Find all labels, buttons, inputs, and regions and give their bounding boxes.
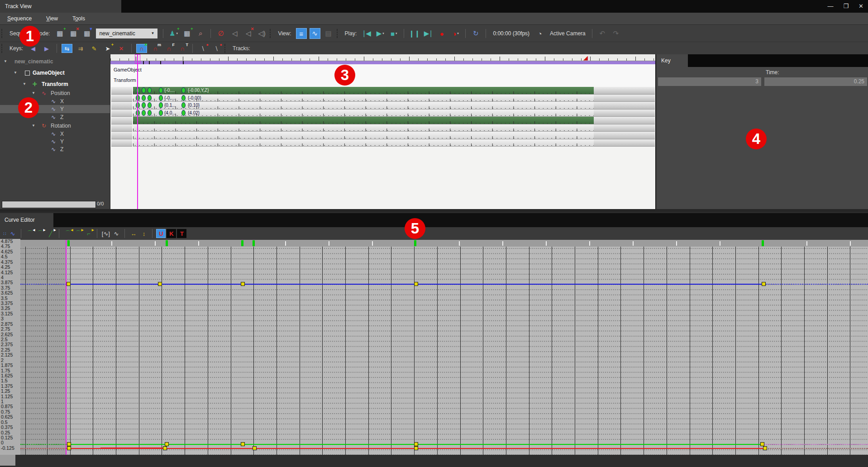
playhead-handle[interactable] xyxy=(135,54,140,64)
add-key-button[interactable]: ➤+ xyxy=(102,44,113,53)
sync-selected-from-base-button[interactable]: ∖● xyxy=(211,44,222,53)
tree-item-z-6[interactable]: ∿Z xyxy=(0,113,110,121)
track-row-header-cell[interactable] xyxy=(111,110,132,117)
selected-key-time-marker[interactable] xyxy=(253,240,255,246)
close-button[interactable]: ✕ xyxy=(858,0,863,13)
position-y-curve-key[interactable] xyxy=(414,442,418,446)
fit-vertical-button[interactable]: ∿ xyxy=(111,229,121,238)
menu-view[interactable]: View xyxy=(39,13,65,24)
track-key[interactable] xyxy=(181,110,186,116)
spline-icon[interactable]: ∿ xyxy=(8,229,17,238)
track-key[interactable] xyxy=(148,95,152,101)
both-view-button[interactable]: ▤ xyxy=(323,28,334,39)
goto-end-button[interactable]: ▶∣ xyxy=(423,28,434,39)
position-z-curve-key[interactable] xyxy=(67,282,71,286)
add-track-button[interactable]: ▦+ xyxy=(181,28,192,39)
tree-item-y-5[interactable]: ∿Y xyxy=(0,105,110,113)
snap-frame-button[interactable]: ∩F xyxy=(163,44,174,53)
summary-key-mark[interactable] xyxy=(160,61,161,64)
track-row-header-cell[interactable] xyxy=(111,117,132,124)
rotation-z-track[interactable] xyxy=(110,139,655,147)
tree-item-position[interactable]: ▼∿Position xyxy=(0,89,110,97)
record-button[interactable]: ● xyxy=(436,28,447,39)
lock-tangents-button[interactable]: T xyxy=(177,229,186,238)
position-y-curve-key[interactable] xyxy=(241,442,245,446)
position-x-curve-key[interactable] xyxy=(763,446,767,450)
toolbar-grip[interactable] xyxy=(337,29,339,38)
toolbar-grip[interactable]: ∷ xyxy=(3,231,6,236)
rotation-compound-track[interactable] xyxy=(110,117,655,124)
selected-key-time-marker[interactable] xyxy=(67,240,70,246)
window-title-tab[interactable]: Track View xyxy=(0,0,121,13)
slide-keys-button[interactable]: ⇆ xyxy=(62,44,72,53)
position-y-curve-key[interactable] xyxy=(760,442,764,446)
position-x-curve-key[interactable] xyxy=(414,446,418,450)
track-row-header-cell[interactable] xyxy=(111,95,132,102)
toolbar-grip[interactable] xyxy=(224,44,227,53)
stop-button[interactable]: ■▾ xyxy=(388,28,399,39)
scale-vertical-button[interactable]: ↕ xyxy=(139,229,148,238)
toolbar-grip[interactable] xyxy=(1,29,4,38)
tangent-step-button[interactable]: ⌐▸ xyxy=(84,229,93,238)
rotation-x-track[interactable] xyxy=(110,124,655,132)
tangent-in-button[interactable]: ⌒◂ xyxy=(25,229,34,238)
curve-playhead-line[interactable] xyxy=(66,240,67,455)
position-z-track[interactable]: {4.0...{4.02} xyxy=(110,110,655,117)
minimize-button[interactable]: — xyxy=(827,0,833,13)
track-key[interactable] xyxy=(142,102,146,108)
tree-item-y-9[interactable]: ∿Y xyxy=(0,138,110,146)
position-z-curve-key[interactable] xyxy=(241,282,245,286)
edit-keys-button[interactable]: ✎ xyxy=(89,44,100,53)
framerate-icon[interactable]: ◔ xyxy=(534,28,545,39)
expander-icon[interactable]: ▼ xyxy=(14,71,17,75)
position-x-curve-key[interactable] xyxy=(253,446,257,450)
position-z-curve-key[interactable] xyxy=(158,282,162,286)
track-key[interactable] xyxy=(159,87,163,93)
track-key[interactable] xyxy=(148,110,152,116)
node-header-transform[interactable]: Transform xyxy=(114,77,136,83)
track-key[interactable] xyxy=(142,95,146,101)
position-y-curve-key[interactable] xyxy=(67,442,71,446)
toolbar-grip[interactable] xyxy=(270,29,272,38)
rotation-y-track[interactable] xyxy=(110,132,655,139)
menu-sequence[interactable]: Sequence xyxy=(0,13,39,24)
sync-selected-to-base-button[interactable]: ∖● xyxy=(197,44,208,53)
play-button[interactable]: ▶▾ xyxy=(375,28,386,39)
selected-key-time-marker[interactable] xyxy=(762,240,764,246)
curve-time-ruler[interactable] xyxy=(20,240,868,247)
track-key[interactable] xyxy=(148,102,152,108)
undo-button[interactable]: ↶ xyxy=(597,28,608,39)
position-compound-track[interactable]: {-0....{-0.00,Y,Z} xyxy=(110,87,655,95)
track-key[interactable] xyxy=(159,102,163,108)
track-row-header-cell[interactable] xyxy=(111,87,132,95)
tangent-out-fixed-button[interactable]: ⌒▸ xyxy=(73,229,83,238)
pause-button[interactable]: ❙❙ xyxy=(409,28,420,39)
tracks-view-button[interactable]: ≡ xyxy=(296,28,307,39)
tree-item-gameobject[interactable]: ▼GameObject xyxy=(0,69,110,77)
snap-none-button[interactable]: ∩✕ xyxy=(136,44,147,53)
position-y-curve-key[interactable] xyxy=(165,442,169,446)
key-time-field[interactable]: 0.25 xyxy=(764,77,867,86)
track-key[interactable] xyxy=(142,87,146,93)
track-row-header-cell[interactable] xyxy=(111,124,132,132)
scale-horizontal-button[interactable]: ↔ xyxy=(129,229,138,238)
key-number-field[interactable]: 3 xyxy=(658,77,761,86)
unify-tangents-button[interactable]: U xyxy=(156,229,166,238)
time-ruler[interactable] xyxy=(110,54,655,61)
expander-icon[interactable]: ▼ xyxy=(4,59,7,63)
sequence-dropdown[interactable]: new_cinematic ▼ xyxy=(96,29,157,38)
expander-icon[interactable]: ▼ xyxy=(32,124,35,128)
lock-keys-button[interactable]: K xyxy=(167,229,176,238)
playhead-line[interactable] xyxy=(137,54,138,209)
add-sequence-button[interactable]: ▦+ xyxy=(54,28,65,39)
speaker-loud-icon[interactable]: ◁) xyxy=(256,28,267,39)
tree-item-x-4[interactable]: ∿X xyxy=(0,97,110,105)
loop-button[interactable]: ↻ xyxy=(470,28,481,39)
track-row-header-cell[interactable] xyxy=(111,132,132,139)
key-tab[interactable]: Key xyxy=(661,57,671,64)
track-cell[interactable] xyxy=(133,117,594,124)
tree-item-transform[interactable]: ▼✛Transform xyxy=(0,80,110,88)
tangent-in-fixed-button[interactable]: ⌒◂ xyxy=(63,229,72,238)
track-cell[interactable] xyxy=(133,124,594,132)
position-x-track[interactable]: {-0,...{-0.00} xyxy=(110,95,655,102)
